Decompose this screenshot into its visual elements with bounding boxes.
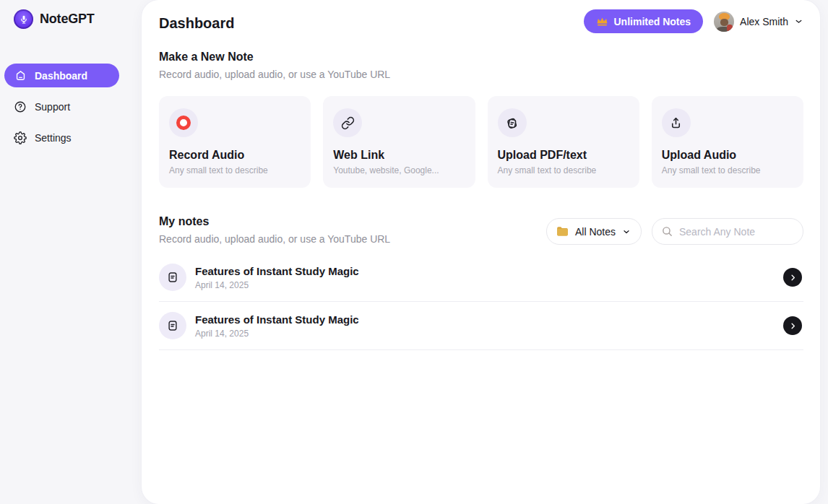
crown-icon — [596, 16, 608, 27]
sidebar: NoteGPT Dashboard Support — [0, 0, 142, 504]
chevron-right-icon — [789, 322, 797, 330]
note-date: April 14, 2025 — [195, 280, 775, 290]
unlimited-notes-label: Unlimited Notes — [614, 16, 691, 27]
sidebar-item-dashboard[interactable]: Dashboard — [4, 64, 119, 87]
sidebar-item-settings[interactable]: Settings — [4, 126, 119, 149]
main-panel: Dashboard Unlimited Notes Alex Smith — [142, 0, 820, 504]
upload-audio-card[interactable]: Upload Audio Any small text to describe — [652, 96, 803, 188]
note-title: Features of Instant Study Magic — [195, 265, 775, 277]
my-notes-header: My notes Record audio, upload audio, or … — [159, 215, 803, 245]
folder-icon — [556, 226, 569, 237]
search-note-box — [652, 218, 803, 245]
help-icon — [14, 100, 27, 113]
chevron-right-icon — [789, 274, 797, 282]
notes-controls: All Notes — [546, 218, 803, 245]
note-texts: Features of Instant Study Magic April 14… — [195, 265, 775, 290]
top-bar: Dashboard Unlimited Notes Alex Smith — [159, 0, 803, 33]
notes-list: Features of Instant Study Magic April 14… — [159, 253, 803, 350]
card-title: Record Audio — [169, 149, 301, 162]
search-icon — [661, 225, 673, 238]
note-icon — [159, 264, 186, 291]
open-note-button[interactable] — [783, 268, 802, 287]
all-notes-dropdown[interactable]: All Notes — [546, 218, 642, 245]
record-audio-card[interactable]: Record Audio Any small text to describe — [159, 96, 311, 188]
upload-icon — [662, 108, 691, 137]
upload-pdf-card[interactable]: Upload PDF/text Any small text to descri… — [488, 96, 639, 188]
web-link-card[interactable]: Web Link Youtube, website, Google... — [323, 96, 475, 188]
note-row[interactable]: Features of Instant Study Magic April 14… — [159, 253, 803, 302]
sidebar-nav: Dashboard Support Settings — [0, 64, 142, 149]
card-subtitle: Any small text to describe — [498, 165, 629, 175]
new-note-cards: Record Audio Any small text to describe … — [159, 96, 803, 188]
page-title: Dashboard — [159, 12, 584, 32]
microphone-icon — [14, 9, 33, 29]
note-title: Features of Instant Study Magic — [195, 313, 775, 326]
user-avatar — [714, 12, 734, 32]
note-texts: Features of Instant Study Magic April 14… — [195, 313, 775, 339]
brand-logo: NoteGPT — [14, 9, 142, 29]
sidebar-item-label: Dashboard — [35, 70, 87, 82]
search-note-input[interactable] — [679, 226, 810, 238]
note-row[interactable]: Features of Instant Study Magic April 14… — [159, 302, 803, 350]
note-date: April 14, 2025 — [195, 329, 775, 339]
gear-icon — [14, 131, 27, 144]
chevron-down-icon — [622, 227, 631, 236]
home-icon — [14, 69, 27, 82]
all-notes-label: All Notes — [575, 226, 616, 238]
new-note-title: Make a New Note — [159, 51, 803, 64]
new-note-subtitle: Record audio, upload audio, or use a You… — [159, 69, 803, 80]
card-subtitle: Youtube, website, Google... — [333, 165, 465, 175]
user-name: Alex Smith — [740, 16, 788, 27]
card-title: Upload Audio — [662, 149, 793, 162]
card-subtitle: Any small text to describe — [662, 165, 793, 175]
new-note-section: Make a New Note Record audio, upload aud… — [159, 51, 803, 80]
chevron-down-icon — [794, 17, 803, 26]
open-note-button[interactable] — [783, 316, 802, 335]
note-icon — [159, 312, 186, 339]
card-title: Web Link — [333, 149, 465, 162]
unlimited-notes-button[interactable]: Unlimited Notes — [584, 9, 704, 33]
link-icon — [333, 108, 362, 137]
card-title: Upload PDF/text — [498, 149, 629, 162]
record-icon — [169, 108, 198, 137]
sidebar-item-label: Support — [35, 101, 70, 113]
sidebar-item-support[interactable]: Support — [4, 95, 119, 118]
sidebar-item-label: Settings — [35, 132, 72, 144]
brand-name: NoteGPT — [40, 12, 95, 27]
my-notes-subtitle: Record audio, upload audio, or use a You… — [159, 233, 390, 245]
user-menu[interactable]: Alex Smith — [714, 12, 803, 32]
card-subtitle: Any small text to describe — [169, 165, 301, 175]
my-notes-title: My notes — [159, 215, 390, 228]
documents-icon — [498, 108, 527, 137]
